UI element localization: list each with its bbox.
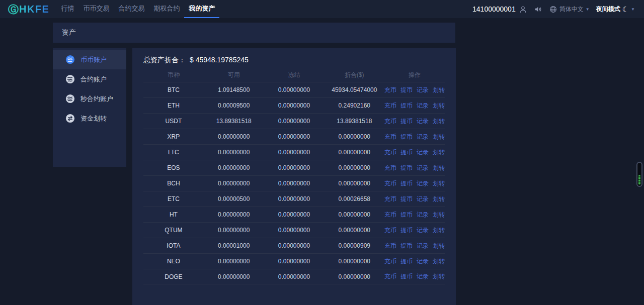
row-actions: 充币 提币 记录 划转 xyxy=(384,101,445,110)
coins-icon xyxy=(65,94,75,104)
coin-name: HT xyxy=(143,211,204,218)
transfer-link[interactable]: 划转 xyxy=(433,164,445,172)
row-actions: 充币 提币 记录 划转 xyxy=(384,148,445,157)
nav-item[interactable]: 行情 xyxy=(56,0,78,18)
deposit-link[interactable]: 充币 xyxy=(384,179,396,188)
sidebar-item[interactable]: 资金划转 xyxy=(53,109,126,128)
withdraw-link[interactable]: 提币 xyxy=(400,211,413,219)
column-header: 折合($) xyxy=(324,71,384,79)
page-header: 资产 xyxy=(53,23,455,43)
withdraw-link[interactable]: 提币 xyxy=(400,148,413,157)
user-icon[interactable] xyxy=(519,5,527,14)
transfer-link[interactable]: 划转 xyxy=(433,242,445,250)
records-link[interactable]: 记录 xyxy=(417,211,429,219)
records-link[interactable]: 记录 xyxy=(417,179,429,188)
records-link[interactable]: 记录 xyxy=(417,148,429,157)
table-row: HT 0.00000000 0.00000000 0.00000000 充币 提… xyxy=(143,207,445,222)
records-link[interactable]: 记录 xyxy=(417,86,429,94)
available-value: 0.00000500 xyxy=(204,195,264,202)
transfer-link[interactable]: 划转 xyxy=(433,195,445,204)
records-link[interactable]: 记录 xyxy=(417,226,429,235)
frozen-value: 0.00000000 xyxy=(264,118,325,125)
deposit-link[interactable]: 充币 xyxy=(384,272,396,281)
deposit-link[interactable]: 充币 xyxy=(384,164,396,172)
scrollbar-widget[interactable] xyxy=(636,162,642,187)
brand-logo[interactable]: Ⓖ HKFE xyxy=(8,4,49,15)
sidebar-item[interactable]: 币币账户 xyxy=(53,50,126,69)
records-link[interactable]: 记录 xyxy=(417,195,429,204)
withdraw-link[interactable]: 提币 xyxy=(400,86,413,94)
nav-item[interactable]: 我的资产 xyxy=(184,0,219,18)
withdraw-link[interactable]: 提币 xyxy=(400,179,413,188)
converted-value: 0.00026658 xyxy=(324,195,384,202)
coin-name: ETH xyxy=(143,102,204,109)
withdraw-link[interactable]: 提币 xyxy=(400,164,413,172)
transfer-link[interactable]: 划转 xyxy=(433,257,445,266)
withdraw-link[interactable]: 提币 xyxy=(400,117,413,126)
deposit-link[interactable]: 充币 xyxy=(384,226,396,235)
deposit-link[interactable]: 充币 xyxy=(384,86,396,94)
assets-table-header: 币种可用冻结折合($)操作 xyxy=(143,68,445,82)
deposit-link[interactable]: 充币 xyxy=(384,211,396,219)
transfer-link[interactable]: 划转 xyxy=(433,272,445,281)
frozen-value: 0.00000000 xyxy=(264,102,325,109)
transfer-link[interactable]: 划转 xyxy=(433,148,445,157)
records-link[interactable]: 记录 xyxy=(417,164,429,172)
moon-icon: ☾ xyxy=(622,6,629,13)
records-link[interactable]: 记录 xyxy=(417,101,429,110)
transfer-link[interactable]: 划转 xyxy=(433,211,445,219)
converted-value: 0.00000000 xyxy=(324,180,384,187)
transfer-link[interactable]: 划转 xyxy=(433,226,445,235)
transfer-link[interactable]: 划转 xyxy=(433,133,445,141)
records-link[interactable]: 记录 xyxy=(417,117,429,126)
frozen-value: 0.00000000 xyxy=(264,180,325,187)
table-row: ETC 0.00000500 0.00000000 0.00026658 充币 … xyxy=(143,191,445,207)
transfer-link[interactable]: 划转 xyxy=(433,117,445,126)
records-link[interactable]: 记录 xyxy=(417,242,429,250)
withdraw-link[interactable]: 提币 xyxy=(400,133,413,141)
converted-value: 0.00000000 xyxy=(324,227,384,234)
column-header: 操作 xyxy=(384,71,445,79)
transfer-link[interactable]: 划转 xyxy=(433,101,445,110)
transfer-link[interactable]: 划转 xyxy=(433,179,445,188)
coin-name: EOS xyxy=(143,164,204,171)
nav-item[interactable]: 期权合约 xyxy=(149,0,184,18)
frozen-value: 0.00000000 xyxy=(264,86,325,93)
deposit-link[interactable]: 充币 xyxy=(384,242,396,250)
records-link[interactable]: 记录 xyxy=(417,257,429,266)
transfer-icon xyxy=(65,114,75,123)
records-link[interactable]: 记录 xyxy=(417,133,429,141)
frozen-value: 0.00000000 xyxy=(264,258,325,265)
deposit-link[interactable]: 充币 xyxy=(384,148,396,157)
converted-value: 0.00000000 xyxy=(324,149,384,156)
page-title: 资产 xyxy=(62,28,76,37)
transfer-link[interactable]: 划转 xyxy=(433,86,445,94)
deposit-link[interactable]: 充币 xyxy=(384,117,396,126)
available-value: 0.00000000 xyxy=(204,273,264,280)
withdraw-link[interactable]: 提币 xyxy=(400,242,413,250)
theme-selector[interactable]: 夜间模式 ☾ ▼ xyxy=(596,5,635,14)
nav-item[interactable]: 币币交易 xyxy=(78,0,114,18)
assets-panel: 总资产折合： $ 45948.19785245 币种可用冻结折合($)操作 BT… xyxy=(132,48,456,305)
account-menu[interactable]: 14100000001 xyxy=(472,5,527,14)
converted-value: 0.00000000 xyxy=(324,273,384,280)
nav-item[interactable]: 合约交易 xyxy=(114,0,149,18)
sidebar-item[interactable]: 合约账户 xyxy=(53,69,126,89)
records-link[interactable]: 记录 xyxy=(417,272,429,281)
converted-value: 0.24902160 xyxy=(324,102,384,109)
table-row: ETH 0.00009500 0.00000000 0.24902160 充币 … xyxy=(143,97,445,113)
withdraw-link[interactable]: 提币 xyxy=(400,272,413,281)
withdraw-link[interactable]: 提币 xyxy=(400,226,413,235)
deposit-link[interactable]: 充币 xyxy=(384,101,396,110)
deposit-link[interactable]: 充币 xyxy=(384,257,396,266)
row-actions: 充币 提币 记录 划转 xyxy=(384,117,445,126)
withdraw-link[interactable]: 提币 xyxy=(400,101,413,110)
withdraw-link[interactable]: 提币 xyxy=(400,257,413,266)
withdraw-link[interactable]: 提币 xyxy=(400,195,413,204)
sidebar-item[interactable]: 秒合约账户 xyxy=(53,89,126,109)
sidebar-item-label: 合约账户 xyxy=(80,75,107,84)
deposit-link[interactable]: 充币 xyxy=(384,133,396,141)
announcement-speaker-icon[interactable] xyxy=(534,5,542,14)
deposit-link[interactable]: 充币 xyxy=(384,195,396,204)
language-selector[interactable]: 简体中文 ▼ xyxy=(549,5,590,14)
